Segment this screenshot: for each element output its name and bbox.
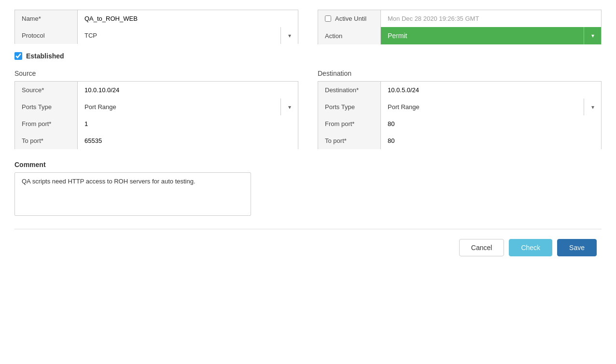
active-until-row: Active Until Mon Dec 28 2020 19:26:35 GM…: [318, 10, 601, 28]
source-section: Source Source* Ports Type Port Range ▾: [14, 70, 298, 149]
protocol-value: TCP: [78, 27, 280, 44]
active-until-checkbox[interactable]: [325, 15, 331, 22]
source-from-port-input[interactable]: [84, 120, 291, 127]
source-ports-type-dropdown-icon[interactable]: ▾: [280, 98, 298, 115]
source-to-port-row: To port*: [15, 132, 298, 149]
destination-ports-type-value: Port Range: [381, 98, 584, 115]
protocol-row: Protocol TCP ▾: [15, 27, 298, 44]
established-checkbox[interactable]: [14, 52, 22, 60]
source-from-port-label: From port*: [15, 115, 78, 132]
source-ports-type-field: Port Range ▾: [78, 98, 298, 115]
destination-row: Destination*: [318, 82, 601, 99]
footer-buttons: Cancel Check Save: [14, 239, 602, 261]
source-from-port-field[interactable]: [78, 115, 298, 132]
comment-section: Comment QA scripts need HTTP access to R…: [14, 161, 602, 217]
established-label: Established: [26, 52, 64, 60]
source-to-port-input[interactable]: [84, 137, 291, 144]
source-ports-type-row: Ports Type Port Range ▾: [15, 98, 298, 116]
cancel-button[interactable]: Cancel: [459, 239, 504, 256]
destination-to-port-field[interactable]: [381, 132, 601, 149]
destination-section: Destination Destination* Ports Type Port…: [318, 70, 602, 149]
check-button[interactable]: Check: [509, 239, 552, 256]
source-to-port-label: To port*: [15, 132, 78, 149]
active-until-label: Active Until: [335, 15, 366, 22]
name-input[interactable]: [84, 15, 291, 22]
footer-divider: [14, 229, 602, 229]
established-row: Established: [14, 52, 602, 60]
destination-to-port-label: To port*: [318, 132, 381, 149]
destination-from-port-row: From port*: [318, 115, 601, 133]
source-input[interactable]: [84, 86, 291, 94]
active-until-label-container: Active Until: [318, 10, 381, 27]
action-label: Action: [318, 27, 381, 44]
name-row: Name*: [15, 10, 298, 28]
destination-value-field[interactable]: [381, 82, 601, 98]
destination-label: Destination*: [318, 82, 381, 98]
name-value[interactable]: [78, 10, 298, 27]
comment-label: Comment: [14, 161, 602, 168]
source-ports-type-label: Ports Type: [15, 98, 78, 115]
destination-input[interactable]: [388, 86, 594, 94]
protocol-label: Protocol: [15, 27, 78, 44]
source-label: Source*: [15, 82, 78, 98]
destination-from-port-input[interactable]: [388, 120, 594, 127]
action-value: Permit: [381, 27, 584, 44]
action-row: Action Permit ▾: [318, 27, 601, 44]
destination-section-title: Destination: [318, 70, 602, 77]
destination-ports-type-dropdown-icon[interactable]: ▾: [584, 98, 601, 115]
name-label: Name*: [15, 10, 78, 27]
comment-textarea[interactable]: QA scripts need HTTP access to ROH serve…: [14, 172, 251, 216]
destination-to-port-row: To port*: [318, 132, 601, 149]
source-row: Source*: [15, 82, 298, 99]
protocol-dropdown-icon[interactable]: ▾: [280, 27, 298, 44]
active-until-date: Mon Dec 28 2020 19:26:35 GMT: [381, 10, 601, 27]
action-field: Permit ▾: [381, 27, 601, 44]
destination-from-port-field[interactable]: [381, 115, 601, 132]
source-value-field[interactable]: [78, 82, 298, 98]
source-section-title: Source: [14, 70, 298, 77]
source-from-port-row: From port*: [15, 115, 298, 133]
save-button[interactable]: Save: [557, 239, 597, 256]
protocol-field: TCP ▾: [78, 27, 298, 44]
destination-to-port-input[interactable]: [388, 137, 594, 144]
destination-ports-type-field: Port Range ▾: [381, 98, 601, 115]
destination-ports-type-row: Ports Type Port Range ▾: [318, 98, 601, 116]
action-dropdown-icon[interactable]: ▾: [584, 27, 601, 44]
source-to-port-field[interactable]: [78, 132, 298, 149]
destination-ports-type-label: Ports Type: [318, 98, 381, 115]
source-ports-type-value: Port Range: [78, 98, 280, 115]
destination-from-port-label: From port*: [318, 115, 381, 132]
